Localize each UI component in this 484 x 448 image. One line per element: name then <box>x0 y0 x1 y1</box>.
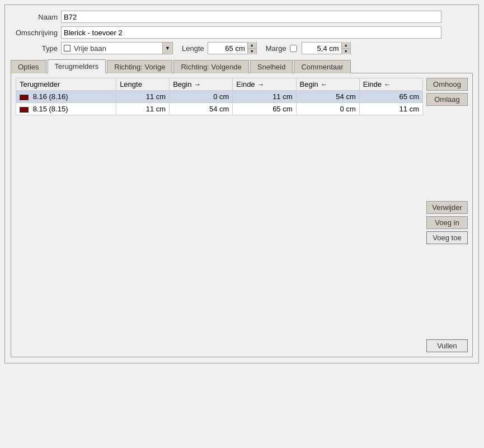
marge-spinbox[interactable]: ▲ ▼ <box>302 42 351 54</box>
side-buttons: Omhoog Omlaag Verwijder Voeg in Voeg toe… <box>426 78 468 352</box>
tab-opties[interactable]: Opties <box>11 60 46 73</box>
naam-input[interactable] <box>61 11 441 23</box>
omschrijving-input[interactable] <box>61 26 441 39</box>
cell-lengte-2: 11 cm <box>116 103 170 115</box>
type-select-text: Vrije baan <box>74 44 162 53</box>
col-einde-l: Einde ← <box>359 78 422 91</box>
tab-snelheid[interactable]: Snelheid <box>250 60 293 73</box>
marge-label: Marge <box>266 44 286 53</box>
type-row: Type Vrije baan ▼ Lengte ▲ ▼ Marge ▲ ▼ <box>11 42 473 54</box>
omlaag-button[interactable]: Omlaag <box>426 93 468 106</box>
marge-checkbox[interactable] <box>290 45 297 52</box>
lengte-spinbox[interactable]: ▲ ▼ <box>208 42 257 54</box>
marge-down-button[interactable]: ▼ <box>342 49 350 55</box>
cell-begin-l-1: 54 cm <box>296 91 359 103</box>
cell-begin-l-2: 0 cm <box>296 103 359 115</box>
lengte-arrows: ▲ ▼ <box>247 42 256 54</box>
omschrijving-row: Omschrijving <box>11 26 473 39</box>
color-dot-icon <box>20 95 29 100</box>
type-dropdown-arrow-icon[interactable]: ▼ <box>162 43 172 54</box>
type-label: Type <box>11 44 61 53</box>
buttons-spacer2 <box>426 246 468 337</box>
tab-richting-vorige[interactable]: Richting: Vorige <box>107 60 172 73</box>
col-terugmelder: Terugmelder <box>16 78 116 91</box>
naam-label: Naam <box>11 13 61 21</box>
data-table: Terugmelder Lengte Begin → Einde → Begin… <box>16 78 423 115</box>
voeg-in-button[interactable]: Voeg in <box>426 216 468 229</box>
verwijder-button[interactable]: Verwijder <box>426 201 468 214</box>
tab-terugmelders[interactable]: Terugmelders <box>48 59 106 73</box>
omhoog-button[interactable]: Omhoog <box>426 78 468 91</box>
omschrijving-label: Omschrijving <box>11 29 61 37</box>
cell-einde-r-1: 11 cm <box>233 91 296 103</box>
col-lengte: Lengte <box>116 78 170 91</box>
table-row[interactable]: 8.15 (8.15) 11 cm 54 cm 65 cm 0 cm 11 cm <box>16 103 423 115</box>
tabs-bar: Opties Terugmelders Richting: Vorige Ric… <box>11 59 473 73</box>
table-section: Terugmelder Lengte Begin → Einde → Begin… <box>16 78 423 352</box>
voeg-toe-button[interactable]: Voeg toe <box>426 231 468 244</box>
tab-content: Terugmelder Lengte Begin → Einde → Begin… <box>11 73 473 357</box>
col-begin-r: Begin → <box>170 78 233 91</box>
main-panel: Naam Omschrijving Type Vrije baan ▼ Leng… <box>4 4 479 363</box>
cell-name-2: 8.15 (8.15) <box>16 103 116 115</box>
lengte-label: Lengte <box>182 44 204 53</box>
marge-input[interactable] <box>302 43 341 54</box>
buttons-spacer <box>426 108 468 199</box>
naam-row: Naam <box>11 11 473 23</box>
side-buttons-inner: Omhoog Omlaag Verwijder Voeg in Voeg toe… <box>426 78 468 352</box>
cell-einde-l-2: 11 cm <box>359 103 422 115</box>
col-begin-l: Begin ← <box>296 78 359 91</box>
type-checkbox-icon <box>64 45 71 52</box>
color-dot-icon <box>20 107 29 113</box>
lengte-input[interactable] <box>208 43 247 54</box>
table-row[interactable]: 8.16 (8.16) 11 cm 0 cm 11 cm 54 cm 65 cm <box>16 91 423 103</box>
marge-arrows: ▲ ▼ <box>341 42 350 54</box>
tab-commentaar[interactable]: Commentaar <box>294 60 350 73</box>
cell-einde-r-2: 65 cm <box>233 103 296 115</box>
vullen-button[interactable]: Vullen <box>426 339 468 352</box>
marge-up-button[interactable]: ▲ <box>342 42 350 49</box>
cell-begin-r-2: 54 cm <box>170 103 233 115</box>
cell-begin-r-1: 0 cm <box>170 91 233 103</box>
cell-lengte-1: 11 cm <box>116 91 170 103</box>
col-einde-r: Einde → <box>233 78 296 91</box>
type-select[interactable]: Vrije baan ▼ <box>61 42 173 54</box>
lengte-down-button[interactable]: ▼ <box>248 49 256 55</box>
cell-name-1: 8.16 (8.16) <box>16 91 116 103</box>
cell-einde-l-1: 65 cm <box>359 91 422 103</box>
lengte-up-button[interactable]: ▲ <box>248 42 256 49</box>
tab-richting-volgende[interactable]: Richting: Volgende <box>173 60 248 73</box>
table-header-row: Terugmelder Lengte Begin → Einde → Begin… <box>16 78 423 91</box>
